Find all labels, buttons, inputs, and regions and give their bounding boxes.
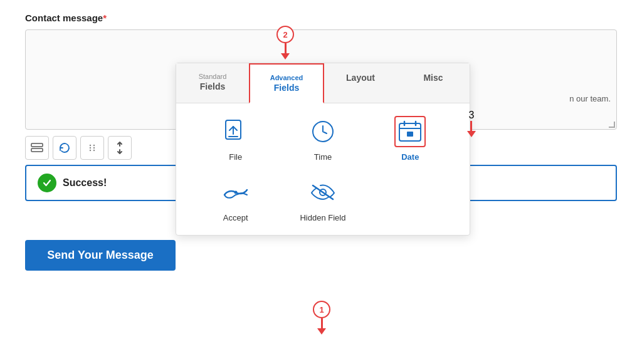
refresh-icon: [58, 142, 71, 154]
arrows-icon: [115, 142, 125, 154]
section-label: Contact message*: [25, 13, 617, 23]
file-icon-wrap: [220, 116, 251, 147]
hidden-field-label: Hidden Field: [300, 213, 345, 222]
hidden-icon-wrap: [307, 177, 339, 208]
svg-point-2: [90, 145, 91, 146]
step3-indicator: 3: [467, 110, 476, 137]
file-upload-icon: [224, 119, 247, 144]
tabs-row: Standard Fields Advanced Fields Layout M…: [176, 63, 470, 103]
svg-point-3: [93, 145, 95, 146]
time-label: Time: [314, 152, 332, 162]
resize-handle[interactable]: [609, 122, 615, 128]
tab-layout[interactable]: Layout: [324, 63, 397, 103]
eye-off-icon: [310, 183, 335, 202]
svg-point-6: [90, 150, 91, 151]
handshake-icon: [223, 181, 248, 204]
field-item-hidden[interactable]: Hidden Field: [282, 177, 363, 222]
fields-dropdown: 2 Standard Fields Advanced Fields Layout…: [176, 63, 470, 236]
field-item-file[interactable]: File: [195, 116, 276, 162]
time-icon: [311, 120, 335, 143]
svg-point-4: [90, 147, 91, 148]
file-label: File: [229, 152, 242, 162]
field-item-accept[interactable]: Accept: [195, 177, 276, 222]
time-icon-wrap: [307, 116, 339, 147]
tab-advanced[interactable]: Advanced Fields: [249, 63, 324, 103]
date-icon-wrap: [394, 116, 426, 147]
send-message-button[interactable]: Send Your Message: [25, 240, 176, 271]
svg-point-5: [93, 147, 95, 148]
layout-icon: [31, 143, 43, 153]
toolbar-layout-btn[interactable]: [25, 136, 49, 160]
svg-rect-0: [31, 143, 43, 147]
accept-label: Accept: [223, 213, 248, 222]
toolbar-refresh-btn[interactable]: [53, 136, 76, 160]
tab-misc[interactable]: Misc: [397, 63, 470, 103]
field-item-time[interactable]: Time: [282, 116, 363, 162]
toolbar-arrows-btn[interactable]: [108, 136, 132, 160]
svg-point-7: [93, 150, 95, 151]
accept-icon-wrap: [220, 177, 251, 208]
tab-standard[interactable]: Standard Fields: [176, 63, 249, 103]
form-helper-text: n our team.: [569, 94, 611, 103]
date-label: Date: [401, 152, 419, 162]
toolbar-drag-btn[interactable]: [80, 136, 104, 160]
svg-point-12: [234, 191, 237, 194]
step1-indicator: 1: [313, 301, 330, 335]
field-item-date[interactable]: 3 Date: [370, 116, 451, 162]
calendar-icon: [398, 120, 422, 143]
svg-rect-1: [31, 148, 43, 152]
checkmark-icon: [42, 178, 52, 188]
success-icon: [38, 174, 56, 192]
drag-icon: [87, 143, 97, 153]
fields-grid: File Time 3: [176, 103, 470, 235]
svg-rect-11: [407, 132, 413, 137]
success-text: Success!: [63, 177, 107, 189]
step2-indicator: 2: [276, 26, 294, 60]
